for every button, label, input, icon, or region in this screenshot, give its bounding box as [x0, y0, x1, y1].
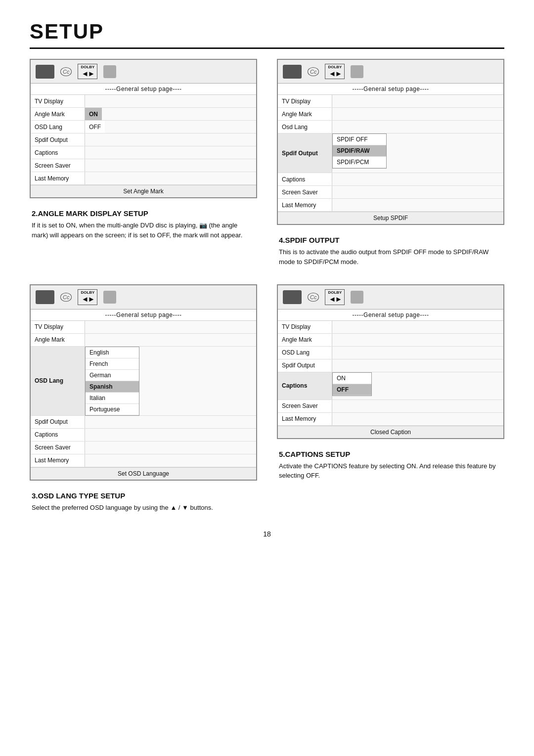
menu-row-tv-display-2: TV Display: [278, 95, 503, 108]
menu-row-captions-4: Captions ON OFF: [278, 372, 503, 400]
screen-subtitle-1: -----General setup page----: [31, 84, 256, 95]
screen-box-2: Cc DOLBY ◄► -----General setup page---- …: [277, 59, 504, 225]
lang-option-portuguese[interactable]: Portuguese: [86, 404, 139, 415]
menu-label-screen-saver-3: Screen Saver: [31, 442, 85, 454]
menu-label-tv-display-3: TV Display: [31, 321, 85, 333]
menu-row-captions-2: Captions: [278, 173, 503, 186]
desc-title-1: 2.ANGLE MARK DISPLAY SETUP: [32, 209, 255, 218]
menu-row-osd-lang-3: OSD Lang English French German Spanish I…: [31, 347, 256, 416]
menu-label-angle-mark-4: Angle Mark: [278, 334, 332, 346]
settings-icon-3: [103, 291, 116, 304]
menu-row-angle-mark-3: Angle Mark: [31, 334, 256, 347]
desc-text-3: Select the preferred OSD language by usi…: [32, 503, 255, 513]
menu-row-last-memory-3: Last Memory: [31, 454, 256, 467]
menu-label-osd-lang-3: OSD Lang: [31, 347, 85, 415]
dvd-icon-1: [36, 65, 54, 79]
menu-row-tv-display-1: TV Display: [31, 95, 256, 108]
desc-block-4: 5.CAPTIONS SETUP Activate the CAPTIONS f…: [277, 447, 504, 484]
spdif-dropdown: SPDIF OFF SPDIF/RAW SPDIF/PCM: [332, 133, 387, 169]
menu-label-angle-mark-2: Angle Mark: [278, 108, 332, 120]
menu-label-angle-mark-1: Angle Mark: [31, 108, 85, 120]
screen-header-2: Cc DOLBY ◄►: [278, 60, 503, 84]
dolby-icon-2: DOLBY ◄►: [325, 64, 345, 79]
desc-title-2: 4.SPDIF OUTPUT: [279, 236, 502, 244]
lang-dropdown: English French German Spanish Italian Po…: [85, 347, 139, 416]
screen-box-3: Cc DOLBY ◄► -----General setup page---- …: [30, 284, 257, 480]
dvd-icon-4: [283, 290, 302, 304]
lang-option-spanish[interactable]: Spanish: [86, 381, 139, 393]
desc-text-4: Activate the CAPTIONS feature by selecti…: [279, 461, 502, 481]
menu-row-screen-saver-4: Screen Saver: [278, 400, 503, 413]
menu-label-last-memory-1: Last Memory: [31, 172, 85, 184]
lang-option-french[interactable]: French: [86, 358, 139, 370]
desc-text-1: If it is set to ON, when the multi-angle…: [32, 221, 255, 240]
dolby-icon-4: DOLBY ◄►: [325, 289, 345, 305]
spdif-option-raw[interactable]: SPDIF/RAW: [333, 145, 386, 157]
panel-1: Cc DOLBY ◄► -----General setup page---- …: [30, 59, 257, 269]
captions-dropdown: ON OFF: [332, 372, 372, 396]
page-number: 18: [30, 530, 504, 538]
screen-footer-1: Set Angle Mark: [31, 185, 256, 197]
desc-block-1: 2.ANGLE MARK DISPLAY SETUP If it is set …: [30, 206, 257, 243]
menu-row-spdif-3: Spdif Output: [31, 416, 256, 429]
dvd-icon-3: [36, 290, 54, 304]
menu-label-osd-lang-2: Osd Lang: [278, 121, 332, 133]
menu-label-tv-display-2: TV Display: [278, 95, 332, 107]
menu-value-osd-lang-1: OFF: [85, 121, 105, 133]
desc-block-3: 3.OSD LANG TYPE SETUP Select the preferr…: [30, 489, 257, 516]
screen-box-4: Cc DOLBY ◄► -----General setup page---- …: [277, 284, 504, 439]
settings-icon-2: [351, 65, 363, 78]
menu-row-tv-display-4: TV Display: [278, 321, 503, 334]
menu-row-osd-lang-4: OSD Lang: [278, 347, 503, 359]
panel-4: Cc DOLBY ◄► -----General setup page---- …: [277, 284, 504, 515]
captions-option-off[interactable]: OFF: [333, 384, 371, 396]
menu-value-angle-mark-1: ON: [85, 108, 102, 120]
menu-label-screen-saver-4: Screen Saver: [278, 400, 332, 412]
menu-label-captions-1: Captions: [31, 146, 85, 159]
menu-label-osd-lang-1: OSD Lang: [31, 121, 85, 133]
menu-label-captions-2: Captions: [278, 173, 332, 185]
cc-icon-3: Cc: [60, 293, 72, 302]
screen-footer-3: Set OSD Language: [31, 467, 256, 480]
menu-label-screen-saver-2: Screen Saver: [278, 186, 332, 198]
menu-row-captions-1: Captions: [31, 146, 256, 159]
lang-option-german[interactable]: German: [86, 370, 139, 381]
menu-label-captions-3: Captions: [31, 429, 85, 441]
menu-label-screen-saver-1: Screen Saver: [31, 159, 85, 172]
lang-option-english[interactable]: English: [86, 347, 139, 358]
menu-label-angle-mark-3: Angle Mark: [31, 334, 85, 346]
desc-title-4: 5.CAPTIONS SETUP: [279, 450, 502, 458]
menu-row-screen-saver-1: Screen Saver: [31, 159, 256, 172]
dolby-icon-1: DOLBY ◄►: [78, 64, 97, 79]
screen-subtitle-4: -----General setup page----: [278, 310, 503, 321]
spdif-option-pcm[interactable]: SPDIF/PCM: [333, 157, 386, 168]
lang-option-italian[interactable]: Italian: [86, 393, 139, 404]
screen-subtitle-3: -----General setup page----: [31, 310, 256, 321]
screen-header-1: Cc DOLBY ◄►: [31, 60, 256, 84]
screen-header-3: Cc DOLBY ◄►: [31, 285, 256, 309]
cc-icon-2: Cc: [308, 67, 319, 76]
captions-option-on[interactable]: ON: [333, 373, 371, 384]
dolby-icon-3: DOLBY ◄►: [78, 289, 97, 305]
panel-2: Cc DOLBY ◄► -----General setup page---- …: [277, 59, 504, 269]
settings-icon-1: [103, 65, 116, 78]
screen-footer-4: Closed Caption: [278, 426, 503, 438]
menu-row-osd-lang-2: Osd Lang: [278, 121, 503, 133]
menu-row-spdif-4: Spdif Output: [278, 359, 503, 372]
menu-row-last-memory-2: Last Memory: [278, 199, 503, 212]
spdif-option-off[interactable]: SPDIF OFF: [333, 134, 386, 145]
menu-row-last-memory-4: Last Memory: [278, 413, 503, 426]
menu-row-angle-mark-1: Angle Mark ON: [31, 108, 256, 121]
screen-footer-2: Setup SPDIF: [278, 212, 503, 224]
menu-label-spdif-3: Spdif Output: [31, 416, 85, 428]
panel-3: Cc DOLBY ◄► -----General setup page---- …: [30, 284, 257, 515]
menu-label-last-memory-3: Last Memory: [31, 454, 85, 467]
menu-label-tv-display-1: TV Display: [31, 95, 85, 107]
menu-label-spdif-2: Spdif Output: [278, 133, 332, 173]
menu-row-angle-mark-4: Angle Mark: [278, 334, 503, 347]
dvd-icon-2: [283, 65, 302, 79]
desc-block-2: 4.SPDIF OUTPUT This is to activate the a…: [277, 233, 504, 269]
menu-label-captions-4: Captions: [278, 372, 332, 400]
menu-row-captions-3: Captions: [31, 429, 256, 442]
desc-title-3: 3.OSD LANG TYPE SETUP: [32, 491, 255, 500]
